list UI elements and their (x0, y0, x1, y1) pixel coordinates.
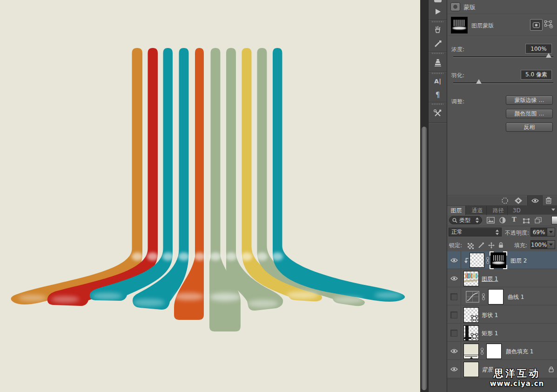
tab-paths[interactable]: 路径 (489, 206, 508, 215)
layer-row-曲线-1[interactable]: 曲线 1 (447, 288, 557, 305)
filter-kind-dropdown[interactable]: 类型 (449, 216, 482, 224)
tab-3d[interactable]: 3D (510, 206, 523, 215)
eye-icon (450, 276, 458, 281)
pixel-mask-icon (533, 22, 540, 28)
layer-row-颜色填充-1[interactable]: 颜色填充 1 (447, 342, 557, 360)
filter-shape-layers-button[interactable] (523, 217, 530, 226)
fill-layer-thumbnail[interactable] (463, 344, 479, 359)
opacity-dropdown-arrow[interactable] (547, 228, 555, 236)
layer-thumbnail[interactable] (463, 325, 479, 341)
spinner-arrows-icon (476, 217, 479, 223)
layer-name[interactable]: 颜色填充 1 (506, 348, 533, 356)
panel-menu-icon[interactable] (551, 209, 555, 211)
layer-mask-label: 图层蒙版 (471, 22, 494, 30)
feather-slider[interactable] (453, 82, 553, 83)
feather-value[interactable]: 5.0 像素 (521, 70, 552, 80)
filter-pixel-layers-button[interactable] (487, 216, 495, 225)
apply-mask-button[interactable] (514, 197, 523, 206)
density-slider-thumb[interactable] (546, 53, 551, 58)
layer-name[interactable]: 形状 1 (482, 311, 498, 319)
visibility-toggle[interactable] (447, 324, 461, 342)
photoshop-window: A| ¶ 蒙版 (0, 0, 557, 392)
invert-button[interactable]: 反相 (506, 122, 553, 132)
mask-link-icon[interactable] (486, 257, 490, 264)
canvas-vertical-scrollbar[interactable] (420, 0, 429, 392)
opacity-label: 不透明度: (505, 229, 529, 237)
density-value[interactable]: 100% (525, 44, 552, 54)
lock-position-button[interactable] (488, 242, 495, 250)
fill-label: 填充: (514, 242, 527, 250)
lock-brush-icon (478, 242, 484, 249)
stamp-icon (434, 59, 442, 67)
brush-panel-button[interactable] (429, 37, 447, 51)
adjustment-mask-thumbnail[interactable] (488, 289, 503, 304)
load-selection-from-mask-button[interactable] (501, 197, 509, 206)
visibility-toggle[interactable] (447, 270, 461, 287)
visibility-toggle[interactable] (447, 342, 461, 360)
tab-channels[interactable]: 通道 (468, 206, 487, 215)
watermark-url: www.ciya.cn (478, 379, 556, 388)
lock-all-button[interactable] (498, 241, 503, 250)
vector-badge-icon (470, 333, 478, 340)
layer-mask-thumbnail-selected[interactable] (490, 252, 506, 268)
watermark: 思洋互动 www.ciya.cn (478, 367, 556, 388)
mask-link-icon[interactable] (480, 348, 484, 355)
clipped-panel-icon (434, 0, 442, 2)
eye-icon (450, 367, 458, 372)
layer-name[interactable]: 图层 1 (482, 275, 498, 283)
lock-label: 锁定: (449, 242, 462, 250)
lock-transparency-button[interactable] (468, 242, 474, 251)
character-panel-button[interactable]: A| (429, 74, 447, 88)
lock-pixels-button[interactable] (478, 242, 484, 250)
delete-mask-button[interactable] (545, 197, 552, 206)
layer-thumbnail[interactable] (463, 307, 479, 323)
actions-panel-button[interactable] (429, 5, 447, 19)
add-vector-mask-button[interactable] (544, 20, 553, 30)
scrollbar-thumb[interactable] (422, 127, 427, 390)
filter-adjustment-layers-button[interactable] (499, 216, 506, 225)
tab-layers[interactable]: 图层 (447, 206, 466, 215)
clone-source-panel-button[interactable] (429, 54, 447, 70)
paragraph-panel-button[interactable]: ¶ (429, 88, 447, 101)
visibility-toggle[interactable] (447, 251, 461, 269)
color-range-button[interactable]: 颜色范围 … (506, 109, 553, 118)
fill-combo[interactable]: 100% (530, 240, 555, 249)
opacity-value: 69% (531, 228, 547, 236)
layer-thumbnail[interactable] (470, 253, 484, 268)
fill-mask-thumbnail[interactable] (486, 344, 502, 359)
layer-thumbnail[interactable] (463, 271, 479, 286)
layer-row-矩形-1[interactable]: 矩形 1 (447, 324, 557, 342)
lock-transparency-icon (468, 243, 474, 249)
mask-link-icon[interactable] (482, 293, 485, 300)
curves-adjustment-icon (466, 291, 479, 303)
filter-switch[interactable] (551, 216, 557, 224)
fill-dropdown-arrow[interactable] (547, 241, 555, 249)
select-pixel-mask-button[interactable] (530, 19, 543, 31)
layer-name[interactable]: 曲线 1 (508, 293, 524, 301)
mask-edge-button[interactable]: 蒙版边缘 … (506, 95, 553, 105)
visibility-toggle[interactable] (447, 360, 461, 378)
tool-presets-panel-button[interactable] (429, 105, 447, 121)
density-label: 浓度: (451, 46, 464, 54)
filter-type-layers-button[interactable]: T (512, 216, 517, 223)
layer-mask-thumbnail[interactable] (451, 17, 468, 34)
density-slider[interactable] (453, 56, 553, 57)
eye-icon (450, 349, 458, 353)
filter-kind-label: 类型 (459, 216, 470, 224)
layer-row-形状-1[interactable]: 形状 1 (447, 306, 557, 324)
document-canvas[interactable] (0, 0, 420, 392)
opacity-combo[interactable]: 69% (530, 228, 555, 237)
disable-mask-button[interactable] (527, 196, 543, 206)
blend-mode-dropdown[interactable]: 正常 (449, 228, 502, 237)
shape-icon (523, 218, 530, 224)
layer-name[interactable]: 矩形 1 (482, 330, 498, 338)
layer-name[interactable]: 图层 2 (510, 257, 527, 265)
feather-slider-thumb[interactable] (476, 79, 482, 84)
background-thumbnail[interactable] (463, 362, 479, 377)
brush-presets-panel-button[interactable] (429, 23, 447, 36)
filter-smart-objects-button[interactable] (535, 216, 542, 225)
layer-row-图层-2[interactable]: 图层 2 (447, 251, 557, 269)
visibility-toggle[interactable] (447, 288, 461, 305)
visibility-toggle[interactable] (447, 306, 461, 324)
layer-row-图层-1[interactable]: 图层 1 (447, 270, 557, 287)
